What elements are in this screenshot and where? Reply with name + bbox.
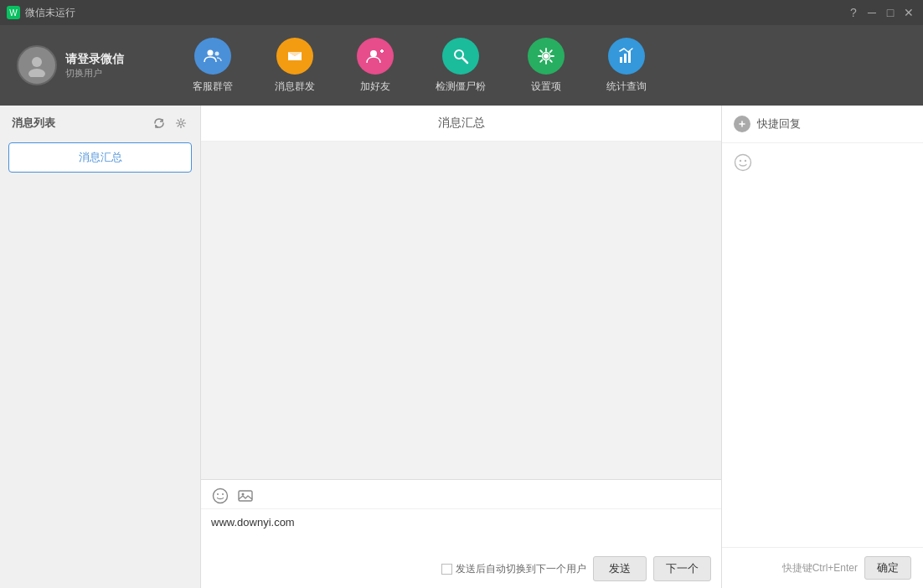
nav-label-mass-message: 消息群发 — [275, 80, 315, 94]
svg-point-3 — [215, 51, 219, 55]
right-panel-bottom: 快捷键Ctrl+Enter 确定 — [722, 547, 923, 588]
right-panel: 快捷回复 快捷键Ctrl+Enter 确定 — [722, 106, 923, 588]
nav-label-customer-service: 客服群管 — [193, 80, 233, 94]
app-title: 微信未运行 — [25, 6, 75, 20]
refresh-icon[interactable] — [152, 116, 167, 131]
detect-zombie-icon — [442, 38, 479, 75]
stats-icon — [608, 38, 645, 75]
right-panel-header: 快捷回复 — [722, 106, 923, 143]
svg-rect-18 — [239, 491, 252, 501]
message-input[interactable]: www.downyi.com — [201, 509, 721, 551]
message-area — [201, 142, 721, 479]
nav-item-add-friend[interactable]: 加好友 — [340, 31, 410, 101]
image-toolbar-icon[interactable] — [236, 487, 255, 505]
maximize-button[interactable]: □ — [883, 5, 898, 20]
app-icon: W — [7, 6, 20, 19]
svg-point-0 — [32, 57, 42, 67]
sidebar: 消息列表 消息汇总 — [0, 106, 201, 588]
svg-point-4 — [370, 50, 377, 57]
title-bar-controls: ? ─ □ ✕ — [846, 5, 916, 20]
nav-item-stats[interactable]: 统计查询 — [590, 31, 663, 101]
nav-item-detect-zombie[interactable]: 检测僵尸粉 — [419, 31, 503, 101]
input-toolbar — [201, 480, 721, 509]
minimize-button[interactable]: ─ — [864, 5, 879, 20]
close-button[interactable]: ✕ — [901, 5, 916, 20]
title-bar: W 微信未运行 ? ─ □ ✕ — [0, 0, 923, 25]
main-layout: 消息列表 消息汇总 — [0, 106, 923, 588]
center-panel: 消息汇总 — [201, 106, 722, 588]
auto-switch-label: 发送后自动切换到下一个用户 — [441, 562, 586, 576]
svg-line-8 — [462, 58, 467, 63]
title-bar-left: W 微信未运行 — [7, 6, 75, 20]
sidebar-header: 消息列表 — [0, 106, 200, 137]
confirm-button[interactable]: 确定 — [864, 556, 911, 580]
customer-service-icon — [194, 38, 231, 75]
input-area: www.downyi.com 发送后自动切换到下一个用户 发送 下一个 — [201, 479, 721, 588]
svg-point-16 — [217, 493, 219, 495]
user-name: 请登录微信 — [65, 52, 124, 67]
svg-point-22 — [740, 160, 741, 162]
right-panel-title: 快捷回复 — [757, 116, 801, 132]
svg-rect-11 — [620, 57, 622, 63]
sidebar-list: 消息汇总 — [0, 137, 200, 588]
svg-point-17 — [222, 493, 224, 495]
nav-items: 客服群管 消息群发 加好友 — [176, 31, 906, 101]
right-emoji-area — [722, 143, 923, 547]
auto-switch-text: 发送后自动切换到下一个用户 — [456, 562, 586, 576]
input-bottom-bar: 发送后自动切换到下一个用户 发送 下一个 — [201, 551, 721, 588]
sidebar-item-message-summary[interactable]: 消息汇总 — [8, 142, 192, 173]
nav-label-detect-zombie: 检测僵尸粉 — [436, 80, 486, 94]
emoji-toolbar-icon[interactable] — [211, 487, 229, 505]
auto-switch-checkbox[interactable] — [441, 564, 452, 575]
svg-point-1 — [28, 69, 45, 77]
emoji-smile-icon[interactable] — [734, 153, 752, 176]
nav-label-add-friend: 加好友 — [360, 80, 390, 94]
svg-point-23 — [745, 160, 746, 162]
svg-point-19 — [242, 493, 245, 496]
nav-item-mass-message[interactable]: 消息群发 — [258, 31, 332, 101]
svg-rect-12 — [624, 54, 627, 63]
svg-point-21 — [735, 155, 751, 171]
gear-icon[interactable] — [173, 116, 188, 131]
sidebar-icons — [152, 116, 188, 131]
svg-point-14 — [179, 121, 183, 125]
svg-point-9 — [544, 54, 549, 59]
center-header: 消息汇总 — [201, 106, 721, 142]
svg-point-2 — [208, 49, 214, 55]
switch-user-button[interactable]: 切换用户 — [65, 67, 124, 80]
user-section: 请登录微信 切换用户 — [17, 45, 151, 85]
settings-icon — [528, 38, 565, 75]
add-friend-icon — [357, 38, 394, 75]
mass-message-icon — [276, 38, 313, 75]
nav-item-customer-service[interactable]: 客服群管 — [176, 31, 250, 101]
nav-label-settings: 设置项 — [531, 80, 561, 94]
svg-point-15 — [214, 489, 228, 503]
nav-label-stats: 统计查询 — [606, 80, 647, 94]
avatar — [17, 45, 57, 85]
svg-rect-13 — [628, 51, 631, 63]
top-nav: 请登录微信 切换用户 客服群管 消息群发 — [0, 25, 923, 106]
user-info: 请登录微信 切换用户 — [65, 52, 124, 80]
sidebar-title: 消息列表 — [12, 116, 55, 131]
shortcut-hint: 快捷键Ctrl+Enter — [782, 561, 858, 575]
next-button[interactable]: 下一个 — [653, 556, 711, 581]
nav-item-settings[interactable]: 设置项 — [511, 31, 581, 101]
center-title: 消息汇总 — [438, 116, 485, 129]
help-button[interactable]: ? — [846, 5, 861, 20]
input-text-value: www.downyi.com — [211, 516, 295, 529]
send-button[interactable]: 发送 — [593, 556, 647, 581]
quick-reply-icon — [734, 116, 750, 132]
